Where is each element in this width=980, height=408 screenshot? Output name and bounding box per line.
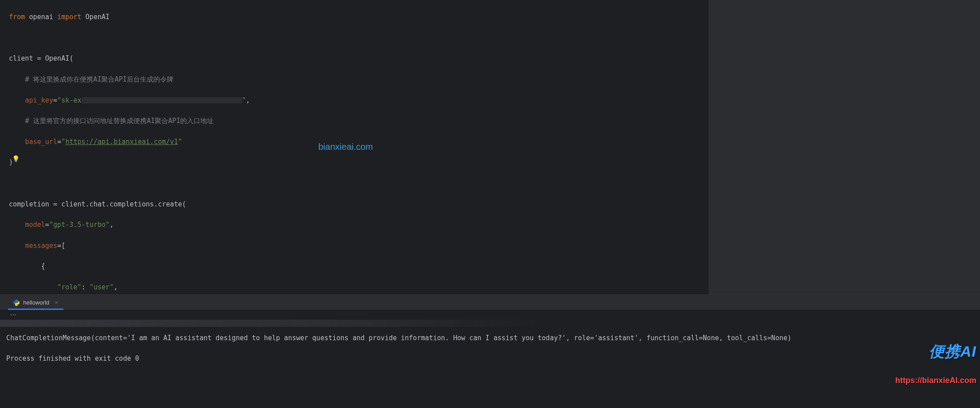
console-exit-line: Process finished with exit code 0: [6, 354, 139, 363]
dict-val-user: "user": [90, 283, 114, 291]
code-content[interactable]: from openai import OpenAI client = OpenA…: [8, 0, 708, 294]
string-base-url: https://api.bianxieai.com/v1: [65, 138, 178, 146]
param-messages: messages: [25, 242, 57, 250]
assign-completion: completion = client.chat.completions.cre…: [9, 200, 186, 208]
redacted-api-key: [82, 97, 242, 103]
console-divider: [0, 320, 980, 327]
run-console[interactable]: ChatCompletionMessage(content='I am an A…: [0, 327, 980, 408]
console-output-line: ChatCompletionMessage(content='I am an A…: [6, 334, 791, 342]
param-base-url: base_url: [25, 138, 57, 146]
keyword-import: import: [57, 13, 81, 21]
dict-key-role: "role": [57, 283, 81, 291]
code-editor[interactable]: 💡 from openai import OpenAI client = Ope…: [0, 0, 708, 294]
param-api-key: api_key: [25, 96, 53, 104]
keyword-from: from: [9, 13, 25, 21]
right-tool-panel: [708, 0, 980, 294]
comment-token: # 将这里换成你在便携AI聚合API后台生成的令牌: [25, 75, 173, 83]
brand-overlay: 便携AI https://bianxieAI.com: [895, 327, 976, 406]
run-tab-label: helloworld: [23, 299, 49, 306]
string-api-key-open: "sk-ex: [57, 96, 81, 104]
run-tab-helloworld[interactable]: helloworld ×: [8, 297, 63, 310]
brand-url-text: https://bianxieAI.com: [895, 375, 976, 386]
editor-row: 💡 from openai import OpenAI client = Ope…: [0, 0, 980, 294]
class-openai: OpenAI: [86, 13, 110, 21]
string-model: "gpt-3.5-turbo": [49, 221, 109, 229]
param-model: model: [25, 221, 45, 229]
run-tool-window: helloworld × ⋮ ChatCompletionMessage(con…: [0, 294, 980, 408]
close-tab-icon[interactable]: ×: [53, 299, 58, 306]
run-toolbar: ⋮: [0, 310, 980, 320]
run-tabs-bar: helloworld ×: [0, 295, 980, 310]
brand-cn-text: 便携AI: [895, 346, 976, 357]
brace-open: {: [41, 262, 45, 270]
ide-root: 💡 from openai import OpenAI client = Ope…: [0, 0, 980, 408]
editor-gutter: [0, 0, 8, 294]
comment-baseurl: # 这里将官方的接口访问地址替换成便携AI聚合API的入口地址: [25, 117, 214, 125]
assign-client: client = OpenAI(: [9, 54, 74, 62]
python-file-icon: [13, 300, 20, 306]
module-openai: openai: [29, 13, 53, 21]
more-actions-icon[interactable]: ⋮: [10, 312, 17, 318]
